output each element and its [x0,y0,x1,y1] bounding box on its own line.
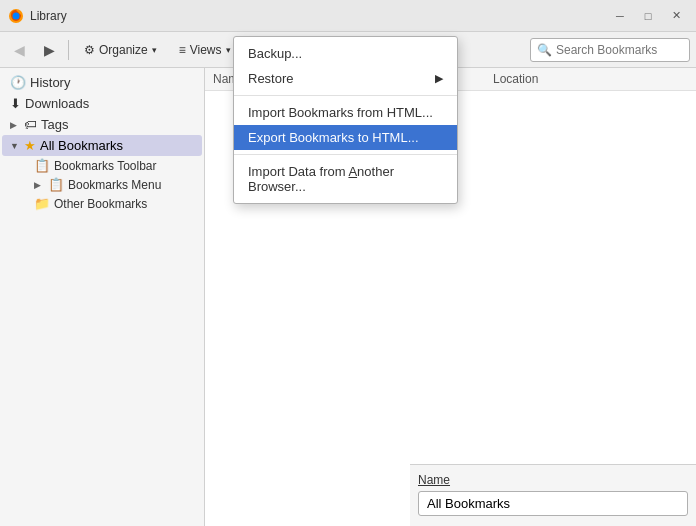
restore-label: Restore [248,71,294,86]
import-backup-menu[interactable]: Backup... Restore ▶ Import Bookmarks fro… [233,36,458,204]
title-bar-controls: ─ □ ✕ [608,6,688,26]
sidebar-item-tags[interactable]: ▶ 🏷 Tags [2,114,202,135]
menu-item-import-browser[interactable]: Import Data from Another Browser... [234,159,457,199]
sidebar-item-label: All Bookmarks [40,138,123,153]
sidebar-item-history[interactable]: 🕐 History [2,72,202,93]
sidebar-item-downloads[interactable]: ⬇ Downloads [2,93,202,114]
name-value: All Bookmarks [418,491,688,516]
chevron-icon-tags: ▶ [10,120,20,130]
history-icon: 🕐 [10,75,26,90]
sidebar-item-label: Tags [41,117,68,132]
menu-separator-2 [234,154,457,155]
other-bookmarks-icon: 📁 [34,196,50,211]
menu-item-restore[interactable]: Restore ▶ [234,66,457,91]
backup-label: Backup... [248,46,302,61]
sidebar-item-other-bookmarks[interactable]: 📁 Other Bookmarks [26,194,202,213]
tag-icon: 🏷 [24,117,37,132]
sidebar-item-label: Downloads [25,96,89,111]
sidebar-item-label: Bookmarks Menu [68,178,161,192]
svg-point-1 [13,12,20,19]
bottom-panel: Name All Bookmarks [410,464,696,526]
menu-item-export-html[interactable]: Export Bookmarks to HTML... [234,125,457,150]
sidebar-item-label: Bookmarks Toolbar [54,159,157,173]
name-label: Name [418,473,688,487]
gear-icon: ⚙ [84,43,95,57]
sidebar-item-all-bookmarks[interactable]: ▼ ★ All Bookmarks [2,135,202,156]
all-bookmarks-icon: ★ [24,138,36,153]
restore-arrow-icon: ▶ [435,72,443,85]
views-button[interactable]: ≡ Views ▾ [170,37,240,63]
search-input[interactable] [556,43,683,57]
import-html-label: Import Bookmarks from HTML... [248,105,433,120]
views-icon: ≡ [179,43,186,57]
menu-item-import-html[interactable]: Import Bookmarks from HTML... [234,100,457,125]
menu-separator-1 [234,95,457,96]
chevron-icon-bookmarks: ▼ [10,141,20,151]
title-bar: Library ─ □ ✕ [0,0,696,32]
search-box[interactable]: 🔍 [530,38,690,62]
sidebar-item-bookmarks-menu[interactable]: ▶ 📋 Bookmarks Menu [26,175,202,194]
organize-button[interactable]: ⚙ Organize ▾ [75,37,166,63]
firefox-logo [8,8,24,24]
sidebar-item-label: History [30,75,70,90]
forward-button[interactable]: ▶ [36,37,62,63]
import-browser-label: Import Data from Another Browser... [248,164,443,194]
sidebar-item-label: Other Bookmarks [54,197,147,211]
toolbar-separator-1 [68,40,69,60]
maximize-button[interactable]: □ [636,6,660,26]
sidebar-item-bookmarks-toolbar[interactable]: 📋 Bookmarks Toolbar [26,156,202,175]
back-button[interactable]: ◀ [6,37,32,63]
close-button[interactable]: ✕ [664,6,688,26]
minimize-button[interactable]: ─ [608,6,632,26]
export-html-label: Export Bookmarks to HTML... [248,130,419,145]
downloads-icon: ⬇ [10,96,21,111]
menu-item-backup[interactable]: Backup... [234,41,457,66]
search-icon: 🔍 [537,43,552,57]
sidebar-sub-items: 📋 Bookmarks Toolbar ▶ 📋 Bookmarks Menu 📁… [0,156,204,213]
chevron-down-icon-views: ▾ [226,45,231,55]
title-bar-left: Library [8,8,67,24]
window-title: Library [30,9,67,23]
chevron-icon-menu: ▶ [34,180,44,190]
column-location-header: Location [493,72,688,86]
bookmarks-menu-icon: 📋 [48,177,64,192]
chevron-down-icon: ▾ [152,45,157,55]
bookmarks-toolbar-icon: 📋 [34,158,50,173]
sidebar: 🕐 History ⬇ Downloads ▶ 🏷 Tags ▼ ★ All B… [0,68,205,526]
